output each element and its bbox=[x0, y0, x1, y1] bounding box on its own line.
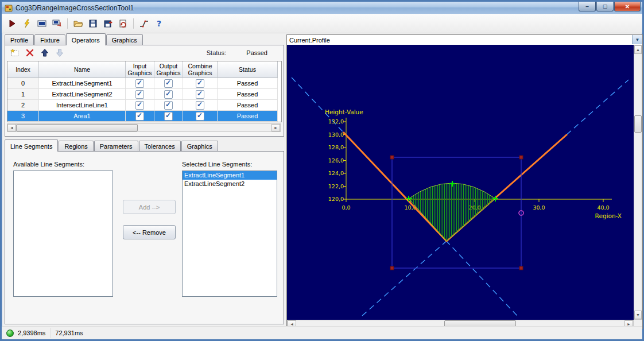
table-row[interactable]: 2 IntersectLineLine1 Passed bbox=[7, 100, 281, 111]
profile-display-pane: Current.Profile bbox=[286, 34, 643, 329]
scroll-up-icon[interactable] bbox=[634, 45, 642, 54]
y-axis-title: Height-Value bbox=[325, 108, 363, 115]
operators-status-value: Passed bbox=[246, 49, 267, 56]
col-header-index[interactable]: Index bbox=[7, 61, 39, 78]
tab-graphics[interactable]: Graphics bbox=[106, 34, 143, 45]
checkbox-checked-icon bbox=[135, 101, 144, 110]
checkbox-checked-icon bbox=[164, 101, 173, 110]
row-status: Passed bbox=[218, 100, 278, 111]
combine-graphics-checkbox[interactable] bbox=[183, 100, 218, 111]
svg-text:120,0: 120,0 bbox=[328, 196, 344, 202]
plot-vscrollbar[interactable] bbox=[634, 45, 642, 320]
output-graphics-checkbox[interactable] bbox=[154, 111, 183, 122]
live-run-icon[interactable] bbox=[21, 18, 33, 29]
record-selector-value: Current.Profile bbox=[289, 37, 330, 44]
col-header-name[interactable]: Name bbox=[39, 61, 126, 78]
list-item[interactable]: ExtractLineSegment1 bbox=[183, 171, 277, 180]
reset-icon[interactable] bbox=[117, 18, 129, 29]
col-header-input-graphics[interactable]: Input Graphics bbox=[126, 61, 154, 78]
combine-graphics-checkbox[interactable] bbox=[183, 78, 218, 89]
minimize-button[interactable] bbox=[579, 2, 596, 11]
svg-text:128,0: 128,0 bbox=[328, 144, 344, 150]
svg-text:30,0: 30,0 bbox=[533, 204, 545, 211]
tool-edit-window: Cog3DRangeImageCrossSectionTool1 bbox=[0, 0, 644, 341]
delete-operator-icon[interactable] bbox=[25, 48, 35, 58]
profile-plot-area[interactable]: Height-Value 132,0 130,0 128,0 126,0 124… bbox=[287, 45, 634, 320]
scroll-down-icon[interactable] bbox=[634, 311, 642, 319]
available-line-segments-listbox[interactable] bbox=[13, 170, 113, 297]
add-button[interactable]: Add --> bbox=[123, 200, 176, 214]
row-index: 1 bbox=[7, 89, 39, 100]
title-bar[interactable]: Cog3DRangeImageCrossSectionTool1 bbox=[2, 2, 642, 14]
help-icon[interactable]: ? bbox=[153, 18, 165, 29]
move-up-icon[interactable] bbox=[40, 48, 50, 58]
input-graphics-checkbox[interactable] bbox=[126, 111, 154, 122]
total-time-panel: 72,931ms bbox=[51, 328, 88, 338]
move-down-icon[interactable] bbox=[55, 48, 65, 58]
tab-operators[interactable]: Operators bbox=[66, 33, 106, 45]
tab-regions[interactable]: Regions bbox=[59, 141, 93, 152]
list-item[interactable]: ExtractLineSegment2 bbox=[183, 180, 277, 188]
main-toolbar: ? bbox=[2, 14, 642, 33]
x-axis-title: Region-X bbox=[595, 212, 622, 219]
table-row-selected[interactable]: 3 Area1 Passed bbox=[7, 111, 281, 122]
line-segments-page: Available Line Segments: Add --> <-- Rem… bbox=[5, 151, 284, 324]
new-operator-icon[interactable] bbox=[10, 48, 20, 58]
svg-text:?: ? bbox=[157, 19, 161, 28]
toolbar-separator bbox=[133, 18, 134, 29]
col-header-combine-graphics[interactable]: Combine Graphics bbox=[183, 61, 218, 78]
row-status: Passed bbox=[218, 78, 278, 89]
checkbox-checked-icon bbox=[135, 112, 144, 121]
chevron-down-icon[interactable] bbox=[632, 35, 642, 44]
svg-text:122,0: 122,0 bbox=[328, 183, 344, 189]
table-row[interactable]: 0 ExtractLineSegment1 Passed bbox=[7, 78, 281, 89]
scrollbar-thumb[interactable] bbox=[16, 124, 138, 131]
svg-text:40,0: 40,0 bbox=[597, 204, 609, 211]
output-graphics-checkbox[interactable] bbox=[154, 100, 183, 111]
checkbox-checked-icon bbox=[164, 112, 173, 121]
output-graphics-checkbox[interactable] bbox=[154, 89, 183, 100]
scrollbar-thumb[interactable] bbox=[634, 115, 642, 133]
checkbox-checked-icon bbox=[164, 90, 173, 99]
tab-line-segments[interactable]: Line Segments bbox=[5, 140, 58, 152]
save-icon[interactable] bbox=[87, 18, 99, 29]
table-row[interactable]: 1 ExtractLineSegment2 Passed bbox=[7, 89, 281, 100]
main-tab-strip: Profile Fixture Operators Graphics bbox=[5, 34, 143, 45]
tab-tolerances[interactable]: Tolerances bbox=[139, 141, 181, 152]
row-status: Passed bbox=[218, 111, 278, 122]
combine-graphics-checkbox[interactable] bbox=[183, 111, 218, 122]
show-display-icon[interactable] bbox=[36, 18, 48, 29]
col-header-output-graphics[interactable]: Output Graphics bbox=[154, 61, 183, 78]
close-button[interactable] bbox=[614, 2, 641, 11]
tab-parameters[interactable]: Parameters bbox=[94, 141, 138, 152]
row-name: ExtractLineSegment2 bbox=[39, 89, 126, 100]
svg-text:124,0: 124,0 bbox=[328, 170, 344, 176]
tab-profile[interactable]: Profile bbox=[5, 34, 34, 45]
float-display-icon[interactable] bbox=[51, 18, 63, 29]
input-graphics-checkbox[interactable] bbox=[126, 78, 154, 89]
output-graphics-checkbox[interactable] bbox=[154, 78, 183, 89]
maximize-button[interactable] bbox=[596, 2, 614, 11]
run-icon[interactable] bbox=[6, 18, 18, 29]
selected-line-segments-listbox[interactable]: ExtractLineSegment1 ExtractLineSegment2 bbox=[182, 170, 277, 297]
ramp-icon[interactable] bbox=[138, 18, 150, 29]
checkbox-checked-icon bbox=[196, 79, 204, 88]
input-graphics-checkbox[interactable] bbox=[126, 100, 154, 111]
combine-graphics-checkbox[interactable] bbox=[183, 89, 218, 100]
record-selector-combobox[interactable]: Current.Profile bbox=[287, 35, 642, 45]
scroll-right-icon[interactable] bbox=[271, 124, 280, 131]
operators-grid-hscrollbar[interactable] bbox=[7, 123, 281, 132]
open-icon[interactable] bbox=[72, 18, 84, 29]
operators-panel: Status: Passed Index Name Input Graphics… bbox=[5, 45, 284, 137]
available-line-segments-label: Available Line Segments: bbox=[13, 161, 84, 168]
row-index: 0 bbox=[7, 78, 39, 89]
export-icon[interactable] bbox=[102, 18, 114, 29]
profile-plot-canvas[interactable]: Height-Value 132,0 130,0 128,0 126,0 124… bbox=[287, 45, 634, 320]
remove-button[interactable]: <-- Remove bbox=[123, 225, 176, 239]
checkbox-checked-icon bbox=[196, 90, 204, 99]
input-graphics-checkbox[interactable] bbox=[126, 89, 154, 100]
col-header-status[interactable]: Status bbox=[218, 61, 278, 78]
tab-fixture[interactable]: Fixture bbox=[34, 34, 65, 45]
tab-graphics-sub[interactable]: Graphics bbox=[181, 141, 218, 152]
scroll-left-icon[interactable] bbox=[7, 124, 16, 131]
